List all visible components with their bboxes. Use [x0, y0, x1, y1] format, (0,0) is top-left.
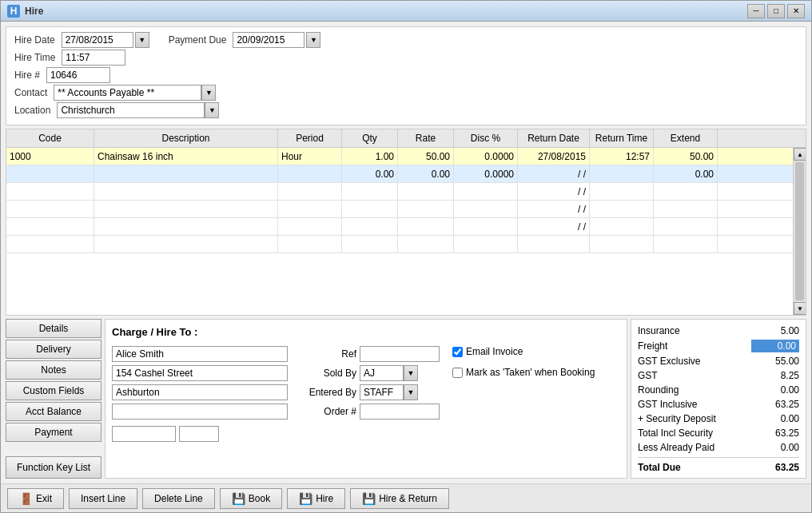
cell-code — [6, 218, 94, 235]
totals-section: Insurance 5.00 Freight 0.00 GST Exclusiv… — [631, 319, 806, 479]
top-form: Hire Date ▼ Payment Due ▼ Hire Time Hire… — [6, 26, 806, 125]
acct-balance-button[interactable]: Acct Balance — [6, 402, 102, 421]
insurance-label: Insurance — [638, 325, 680, 336]
hire-num-input[interactable] — [46, 67, 110, 83]
custom-fields-button[interactable]: Custom Fields — [6, 381, 102, 400]
total-due-label: Total Due — [638, 462, 681, 473]
insert-line-button[interactable]: Insert Line — [69, 488, 137, 509]
cell-qty — [342, 218, 398, 235]
location-input[interactable] — [57, 102, 205, 118]
charge-addr1-input[interactable] — [112, 365, 288, 381]
col-rate: Rate — [398, 129, 454, 147]
table-row[interactable]: 1000 Chainsaw 16 inch Hour 1.00 50.00 0.… — [6, 148, 793, 165]
security-deposit-value: 0.00 — [751, 413, 799, 424]
cell-code — [6, 183, 94, 200]
email-invoice-group: Email Invoice — [452, 346, 595, 357]
cell-code — [6, 236, 94, 253]
minimize-button[interactable]: ─ — [747, 4, 765, 18]
total-row-gst-exclusive: GST Exclusive 55.00 — [638, 355, 799, 368]
hire-icon: 💾 — [299, 492, 312, 505]
contact-dropdown-arrow[interactable]: ▼ — [201, 85, 216, 101]
charge-title: Charge / Hire To : — [112, 326, 620, 338]
charge-extra-fields — [112, 426, 288, 442]
contact-input[interactable] — [54, 85, 201, 101]
delete-line-label: Delete Line — [154, 493, 203, 504]
ref-input[interactable] — [360, 346, 440, 362]
grid-scrollbar[interactable]: ▲ ▼ — [793, 148, 806, 315]
payment-due-group: ▼ — [233, 32, 320, 48]
hire-time-input[interactable] — [62, 50, 125, 66]
freight-label: Freight — [638, 340, 667, 352]
payment-button[interactable]: Payment — [6, 423, 102, 442]
sold-by-row: Sold By ▼ — [301, 365, 440, 381]
location-label: Location — [14, 105, 50, 116]
location-dropdown-arrow[interactable]: ▼ — [205, 102, 219, 118]
cell-rate — [398, 201, 454, 217]
entered-by-label: Entered By — [301, 387, 356, 398]
hire-label: Hire — [316, 493, 333, 504]
charge-addr2-input[interactable] — [112, 384, 288, 400]
hire-button[interactable]: 💾 Hire — [287, 488, 345, 509]
col-qty: Qty — [342, 129, 398, 147]
table-row[interactable]: / / — [6, 201, 793, 218]
scroll-thumb[interactable] — [795, 162, 804, 300]
entered-by-input[interactable] — [360, 384, 404, 400]
payment-due-dropdown[interactable]: ▼ — [306, 32, 320, 48]
charge-addr3-input[interactable] — [112, 404, 288, 420]
grid-body-wrapper: 1000 Chainsaw 16 inch Hour 1.00 50.00 0.… — [6, 148, 806, 315]
ref-row: Ref — [301, 346, 440, 362]
cell-return-time: 12:57 — [590, 148, 654, 165]
hire-date-input[interactable] — [62, 32, 133, 48]
less-already-paid-label: Less Already Paid — [638, 442, 714, 453]
sold-by-dropdown[interactable]: ▼ — [404, 365, 418, 381]
titlebar-buttons: ─ □ ✕ — [747, 4, 805, 18]
charge-extra1-input[interactable] — [112, 426, 176, 442]
cell-return-date: 27/08/2015 — [518, 148, 590, 165]
cell-disc: 0.0000 — [454, 148, 518, 165]
maximize-button[interactable]: □ — [767, 4, 785, 18]
scroll-down-button[interactable]: ▼ — [794, 302, 806, 315]
gst-inclusive-label: GST Inclusive — [638, 399, 697, 410]
cell-code — [6, 201, 94, 217]
mark-taken-checkbox[interactable] — [452, 368, 463, 378]
email-invoice-checkbox[interactable] — [452, 347, 463, 357]
hire-date-label: Hire Date — [14, 34, 55, 46]
order-input[interactable] — [360, 404, 440, 420]
insert-line-label: Insert Line — [81, 493, 125, 504]
less-already-paid-value: 0.00 — [751, 442, 799, 453]
cell-description — [94, 165, 278, 182]
cell-qty — [342, 183, 398, 200]
payment-due-input[interactable] — [233, 32, 304, 48]
gst-exclusive-value: 55.00 — [751, 356, 799, 367]
grid-header: Code Description Period Qty Rate Disc % … — [6, 129, 806, 148]
notes-button[interactable]: Notes — [6, 360, 102, 380]
grid-body[interactable]: 1000 Chainsaw 16 inch Hour 1.00 50.00 0.… — [6, 148, 793, 315]
hire-return-button[interactable]: 💾 Hire & Return — [350, 488, 449, 509]
gst-value: 8.25 — [751, 370, 799, 381]
delete-line-button[interactable]: Delete Line — [142, 488, 215, 509]
table-row[interactable] — [6, 236, 793, 253]
cell-description — [94, 201, 278, 217]
exit-icon: 🚪 — [19, 492, 33, 505]
total-incl-security-label: Total Incl Security — [638, 428, 713, 439]
delivery-button[interactable]: Delivery — [6, 340, 102, 359]
charge-extra2-input[interactable] — [179, 426, 219, 442]
hire-date-dropdown[interactable]: ▼ — [135, 32, 149, 48]
order-row: Order # — [301, 404, 440, 420]
main-content: Hire Date ▼ Payment Due ▼ Hire Time Hire… — [1, 22, 811, 483]
table-row[interactable]: / / — [6, 218, 793, 236]
function-key-list-button[interactable]: Function Key List — [6, 456, 102, 479]
book-button[interactable]: 💾 Book — [220, 488, 282, 509]
sold-by-input[interactable] — [360, 365, 404, 381]
table-row[interactable]: / / — [6, 183, 793, 201]
close-button[interactable]: ✕ — [787, 4, 805, 18]
entered-by-dropdown[interactable]: ▼ — [404, 384, 418, 400]
charge-name-input[interactable] — [112, 346, 288, 362]
col-extend: Extend — [654, 129, 718, 147]
scroll-up-button[interactable]: ▲ — [794, 148, 806, 161]
hire-return-label: Hire & Return — [379, 493, 437, 504]
exit-button[interactable]: 🚪 Exit — [7, 488, 64, 509]
location-select: ▼ — [57, 102, 219, 118]
details-button[interactable]: Details — [6, 319, 102, 338]
table-row[interactable]: 0.00 0.00 0.0000 / / 0.00 — [6, 165, 793, 183]
